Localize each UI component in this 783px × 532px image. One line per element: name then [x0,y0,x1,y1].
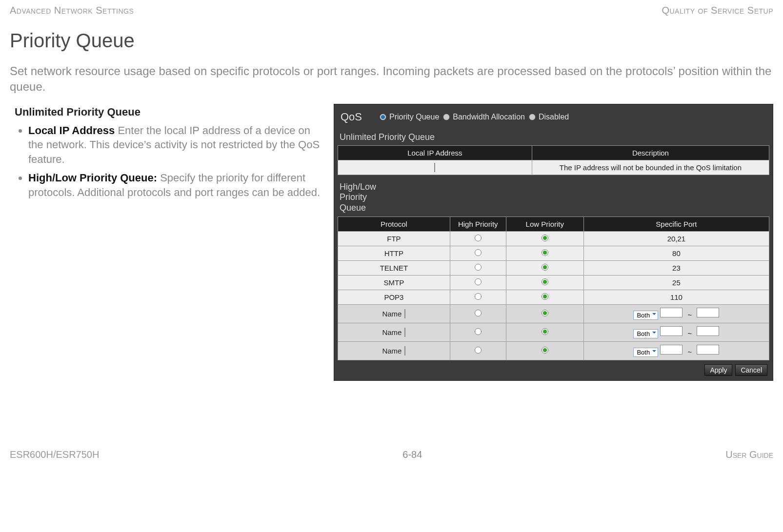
table-row: TELNET 23 [338,260,769,275]
port-to-input[interactable] [697,308,719,317]
low-priority-radio[interactable] [542,293,548,300]
custom-name-input[interactable] [404,309,405,318]
col-high-priority: High Priority [450,217,506,231]
radio-icon [529,114,536,120]
table-row: FTP 20,21 [338,231,769,246]
custom-row: Name Both ~ [338,341,769,360]
radio-selected-icon [380,114,386,120]
low-priority-radio[interactable] [542,264,548,271]
bullet-item: Local IP Address Enter the local IP addr… [28,123,322,167]
qos-label: QoS [341,111,362,123]
local-ip-input[interactable] [434,163,435,172]
page-footer: ESR600H/ESR750H 6-84 User Guide [10,449,773,460]
section-heading-unlimited: Unlimited Priority Queue [15,106,322,118]
qos-mode-disabled[interactable]: Disabled [529,113,569,121]
col-description: Description [532,145,769,160]
queue-title: High/LowPriorityQueue [340,182,393,214]
unlimited-title: Unlimited Priority Queue [340,132,767,142]
low-priority-radio[interactable] [542,310,548,316]
footer-guide: User Guide [725,449,773,460]
bullet-list: Local IP Address Enter the local IP addr… [15,123,322,199]
running-right: Quality of Service Setup [662,5,773,16]
col-low-priority: Low Priority [506,217,583,231]
page-intro: Set network resource usage based on spec… [10,63,773,95]
both-select[interactable]: Both [633,329,658,338]
high-priority-radio[interactable] [475,264,482,271]
port-to-input[interactable] [697,326,719,336]
apply-button[interactable]: Apply [704,364,732,376]
table-row: HTTP 80 [338,246,769,260]
high-priority-radio[interactable] [475,347,482,354]
custom-row: Name Both ~ [338,323,769,341]
high-priority-radio[interactable] [475,293,482,300]
running-left: Advanced Network Settings [10,5,134,16]
port-from-input[interactable] [660,326,683,336]
high-priority-radio[interactable] [475,235,482,241]
qos-mode-priority-queue[interactable]: Priority Queue [380,113,439,121]
bullet-item: High/Low Priority Queue: Specify the pri… [28,171,322,199]
low-priority-radio[interactable] [542,235,548,241]
low-priority-radio[interactable] [542,328,548,335]
low-priority-radio[interactable] [542,347,548,354]
high-priority-radio[interactable] [475,278,482,285]
both-select[interactable]: Both [633,311,658,320]
router-panel: QoS Priority Queue Bandwidth Allocation … [334,104,773,381]
custom-name-input[interactable] [404,328,405,337]
qos-mode-row: QoS Priority Queue Bandwidth Allocation … [338,109,769,129]
description-column: Unlimited Priority Queue Local IP Addres… [10,104,322,203]
unlimited-table: Local IP Address Description The IP addr… [338,145,769,175]
high-priority-radio[interactable] [475,249,482,256]
low-priority-radio[interactable] [542,249,548,256]
col-specific-port: Specific Port [583,217,769,231]
col-protocol: Protocol [338,217,450,231]
page-title: Priority Queue [10,30,773,52]
qos-mode-bandwidth-allocation[interactable]: Bandwidth Allocation [443,113,525,121]
col-local-ip: Local IP Address [338,145,532,160]
custom-row: Name Both ~ [338,304,769,323]
port-from-input[interactable] [660,308,683,317]
running-heads: Advanced Network Settings Quality of Ser… [10,5,773,16]
bullet-term: Local IP Address [28,124,115,137]
cancel-button[interactable]: Cancel [735,364,767,376]
bullet-term: High/Low Priority Queue: [28,172,157,184]
footer-model: ESR600H/ESR750H [10,449,99,460]
high-priority-radio[interactable] [475,310,482,316]
table-row: SMTP 25 [338,275,769,290]
custom-name-input[interactable] [404,346,405,355]
table-row: POP3 110 [338,290,769,304]
unlimited-desc-cell: The IP address will not be bounded in th… [532,160,769,175]
port-from-input[interactable] [660,345,683,355]
low-priority-radio[interactable] [542,278,548,285]
port-to-input[interactable] [697,345,719,355]
high-priority-radio[interactable] [475,328,482,335]
priority-queue-table: Protocol High Priority Low Priority Spec… [338,217,769,360]
footer-page-number: 6-84 [402,449,422,460]
both-select[interactable]: Both [633,348,658,357]
radio-icon [443,114,450,120]
